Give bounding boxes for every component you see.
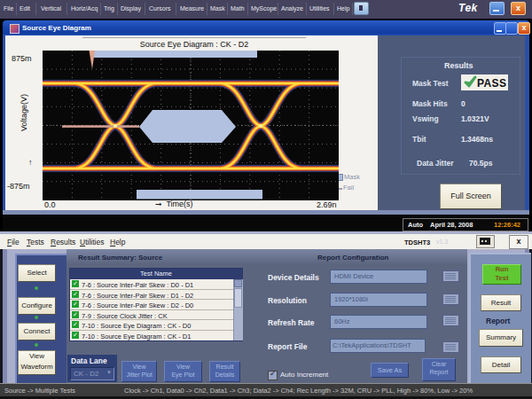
svg-text:PASS: PASS — [477, 77, 506, 90]
